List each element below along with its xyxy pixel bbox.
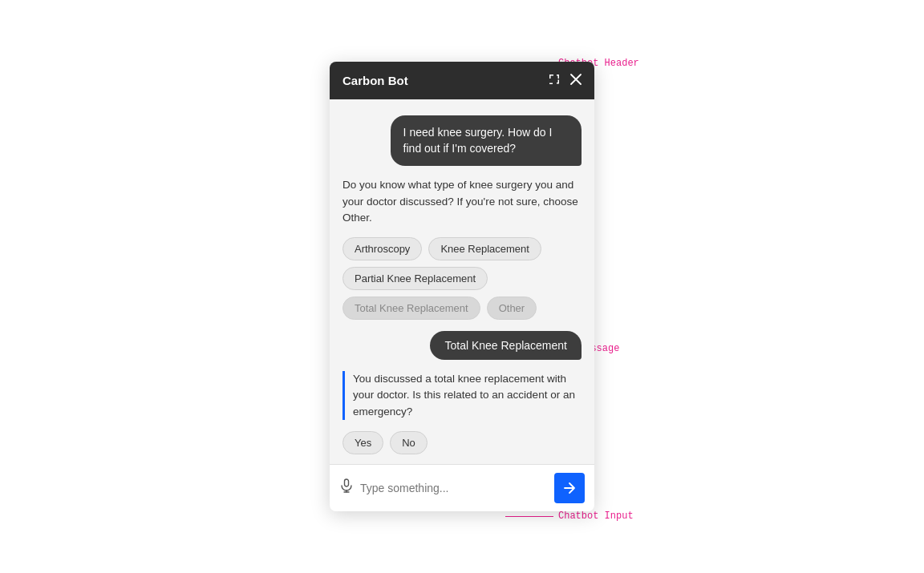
svg-rect-0 <box>345 479 349 486</box>
system-response-accent: You discussed a total knee replacement w… <box>342 371 582 420</box>
yes-no-chips: Yes No <box>342 431 582 454</box>
chip-knee-replacement[interactable]: Knee Replacement <box>428 237 541 260</box>
expand-icon[interactable] <box>548 73 561 88</box>
user-message-1: I need knee surgery. How do I find out i… <box>342 115 582 166</box>
chatbot-messages: I need knee surgery. How do I find out i… <box>330 99 594 464</box>
header-icons <box>548 73 582 88</box>
chip-partial-knee-replacement[interactable]: Partial Knee Replacement <box>342 267 488 290</box>
system-message: Do you know what type of knee surgery yo… <box>342 177 582 226</box>
annotation-chatbot-input: Chatbot Input <box>505 510 634 522</box>
chip-arthroscopy[interactable]: Arthroscopy <box>342 237 422 260</box>
send-button[interactable] <box>554 473 585 503</box>
chatbot-header: Carbon Bot <box>330 62 594 99</box>
chatbot-title: Carbon Bot <box>342 74 408 87</box>
close-icon[interactable] <box>570 74 582 87</box>
user-bubble-2: Total Knee Replacement <box>430 331 582 360</box>
chip-other[interactable]: Other <box>487 297 537 320</box>
page-container: Carbon Bot I need knee surgery <box>0 0 924 573</box>
user-message-2: Total Knee Replacement <box>342 331 582 360</box>
chatbot-input-area <box>330 464 594 511</box>
user-bubble-1: I need knee surgery. How do I find out i… <box>391 115 582 166</box>
chip-total-knee-replacement[interactable]: Total Knee Replacement <box>342 297 480 320</box>
chatbot-text-input[interactable] <box>360 482 548 494</box>
chip-yes[interactable]: Yes <box>342 431 383 454</box>
chip-no[interactable]: No <box>390 431 428 454</box>
structured-response: Arthroscopy Knee Replacement Partial Kne… <box>342 237 582 320</box>
chatbot-widget: Carbon Bot I need knee surgery <box>330 62 594 511</box>
mic-icon[interactable] <box>339 478 354 497</box>
